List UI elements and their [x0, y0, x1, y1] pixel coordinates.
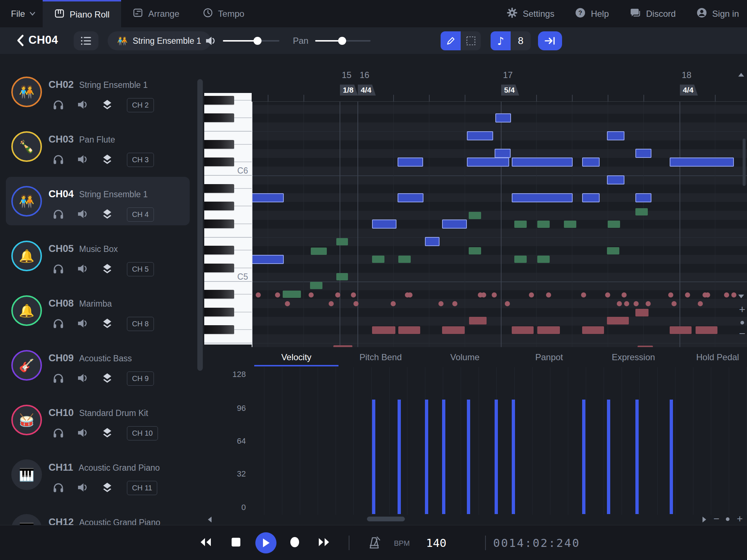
note-selected[interactable] [372, 219, 396, 229]
menu-sign-in[interactable]: Sign in [696, 7, 739, 20]
black-key[interactable] [204, 308, 234, 317]
note-maroon[interactable] [469, 317, 487, 324]
layers-icon[interactable] [101, 318, 113, 331]
headphones-icon[interactable] [53, 263, 64, 276]
metronome-button[interactable] [367, 536, 382, 552]
note-length-button[interactable]: ♪ [491, 31, 511, 50]
drum-note-dot[interactable] [634, 301, 639, 306]
vertical-scrollbar[interactable] [743, 139, 746, 186]
zoom-out-vertical-button[interactable]: − [739, 327, 746, 340]
layers-icon[interactable] [101, 263, 113, 276]
control-tab-hold-pedal[interactable]: Hold Pedal [676, 347, 747, 367]
track-row-ch11[interactable]: 🎹CH11Acoustic Grand PianoCH 11 [0, 447, 204, 502]
headphones-icon[interactable] [53, 427, 64, 440]
time-signature-badge[interactable]: 4/4 [680, 85, 698, 96]
note-selected[interactable] [442, 219, 467, 229]
note-green[interactable] [283, 291, 301, 298]
track-row-ch05[interactable]: 🔔CH05Music BoxCH 5 [0, 229, 204, 283]
track-avatar[interactable]: 🔔 [11, 241, 42, 271]
drum-note-dot[interactable] [705, 292, 710, 298]
note-maroon[interactable] [635, 309, 649, 316]
track-list-scrollbar[interactable] [197, 79, 203, 371]
layers-icon[interactable] [101, 208, 113, 221]
velocity-bar[interactable] [467, 400, 470, 514]
volume-slider[interactable] [223, 40, 279, 42]
headphones-icon[interactable] [53, 318, 64, 330]
control-tab-pitch-bend[interactable]: Pitch Bend [338, 347, 423, 367]
time-signature-badge[interactable]: 5/4 [501, 85, 519, 96]
menu-discord[interactable]: Discord [629, 7, 676, 20]
layers-icon[interactable] [101, 153, 113, 167]
black-key[interactable] [204, 184, 234, 194]
drum-note-dot[interactable] [617, 301, 622, 306]
note-selected[interactable] [495, 113, 511, 122]
menu-help[interactable]: ?Help [575, 7, 609, 20]
file-menu[interactable]: File [11, 0, 36, 27]
velocity-bar[interactable] [670, 400, 673, 514]
track-row-ch04[interactable]: 🧑‍🤝‍🧑CH04String Ensemble 1CH 4 [0, 174, 204, 229]
note-green[interactable] [537, 256, 550, 263]
drum-note-dot[interactable] [731, 292, 736, 298]
drum-note-dot[interactable] [546, 292, 551, 298]
drum-note-dot[interactable] [329, 301, 334, 306]
velocity-bar[interactable] [635, 400, 639, 514]
track-list-button[interactable] [74, 31, 98, 50]
note-selected[interactable] [635, 149, 651, 158]
velocity-bar[interactable] [495, 400, 498, 514]
velocity-bar[interactable] [398, 400, 401, 514]
drum-note-dot[interactable] [671, 301, 677, 306]
note-maroon[interactable] [512, 326, 534, 334]
note-green[interactable] [336, 238, 348, 245]
track-row-ch03[interactable]: 🍾CH03Pan FluteCH 3 [0, 119, 204, 174]
tab-tempo[interactable]: Tempo [191, 0, 256, 27]
zoom-reset-vertical-button[interactable] [740, 321, 744, 324]
headphones-icon[interactable] [53, 209, 64, 221]
track-row-ch08[interactable]: 🔔CH08MarimbaCH 8 [0, 283, 204, 338]
note-length-value[interactable]: 8 [511, 31, 531, 50]
drum-note-dot[interactable] [275, 292, 280, 298]
note-maroon[interactable] [372, 326, 395, 334]
speaker-icon[interactable] [77, 209, 88, 221]
play-button[interactable] [251, 525, 280, 560]
zoom-out-horizontal-button[interactable]: − [713, 513, 719, 525]
instrument-selector[interactable]: 🧑‍🤝‍🧑 String Ensemble 1 [108, 31, 211, 50]
track-avatar[interactable]: 🧑‍🤝‍🧑 [11, 77, 42, 107]
note-green[interactable] [564, 221, 576, 228]
control-tab-expression[interactable]: Expression [591, 347, 676, 367]
layers-icon[interactable] [101, 372, 113, 385]
note-green[interactable] [336, 273, 348, 280]
drum-note-dot[interactable] [309, 292, 314, 298]
track-avatar[interactable]: 🥁 [11, 405, 42, 435]
black-key[interactable] [204, 219, 234, 229]
drum-note-dot[interactable] [391, 301, 396, 306]
headphones-icon[interactable] [53, 373, 64, 385]
time-signature-badge[interactable]: 4/4 [358, 85, 376, 96]
note-maroon[interactable] [607, 317, 629, 324]
layers-icon[interactable] [101, 427, 113, 440]
drum-note-dot[interactable] [624, 301, 629, 306]
layers-icon[interactable] [101, 482, 113, 495]
note-selected[interactable] [425, 237, 440, 246]
note-selected[interactable] [512, 158, 573, 167]
note-selected[interactable] [635, 193, 651, 202]
selection-tool-button[interactable] [461, 31, 481, 50]
tab-piano-roll[interactable]: Piano Roll [43, 0, 121, 27]
time-signature-badge[interactable]: 1/8 [340, 85, 358, 96]
note-selected[interactable] [607, 131, 624, 140]
note-selected[interactable] [252, 193, 284, 202]
note-maroon[interactable] [442, 326, 465, 334]
speaker-icon[interactable] [77, 482, 88, 494]
note-green[interactable] [398, 256, 411, 263]
note-green[interactable] [469, 247, 481, 254]
note-maroon[interactable] [398, 326, 420, 334]
rewind-button[interactable] [191, 525, 220, 560]
drum-note-dot[interactable] [285, 301, 290, 306]
speaker-icon[interactable] [77, 318, 88, 330]
note-selected[interactable] [512, 193, 573, 202]
note-green[interactable] [514, 221, 527, 228]
scroll-up-button[interactable] [738, 73, 744, 77]
note-selected[interactable] [467, 131, 493, 140]
note-green[interactable] [607, 247, 619, 254]
note-green[interactable] [311, 248, 327, 255]
measure-ruler[interactable]: 151/8164/4175/4184/4 [204, 54, 747, 101]
